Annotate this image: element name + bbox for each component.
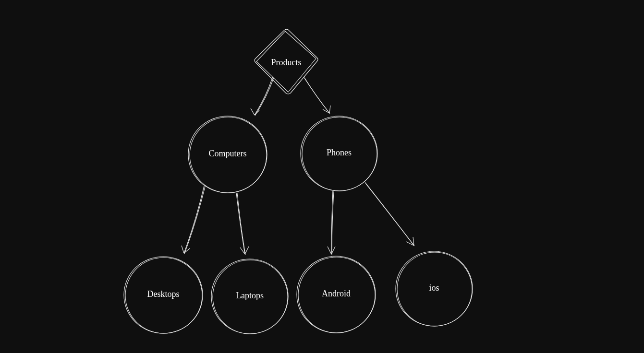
node-desktops-label: Desktops xyxy=(147,289,180,299)
node-computers: Computers xyxy=(188,116,267,193)
node-phones-label: Phones xyxy=(327,148,352,157)
node-products-label: Products xyxy=(271,58,302,67)
edge-products-phones xyxy=(304,77,330,114)
edge-computers-desktops xyxy=(182,186,205,254)
node-laptops-label: Laptops xyxy=(236,291,264,300)
node-laptops: Laptops xyxy=(211,259,288,334)
hierarchy-diagram: Products Computers Phones xyxy=(0,0,644,353)
node-desktops: Desktops xyxy=(124,257,203,333)
node-computers-label: Computers xyxy=(209,149,247,158)
edge-phones-android xyxy=(328,191,335,255)
node-phones: Phones xyxy=(301,116,377,191)
node-android: Android xyxy=(297,256,376,333)
edge-computers-laptops xyxy=(236,193,249,255)
node-android-label: Android xyxy=(322,289,351,298)
edge-phones-ios xyxy=(365,182,414,246)
node-ios: ios xyxy=(396,251,473,326)
node-ios-label: ios xyxy=(429,283,439,293)
edge-products-computers xyxy=(251,77,274,116)
